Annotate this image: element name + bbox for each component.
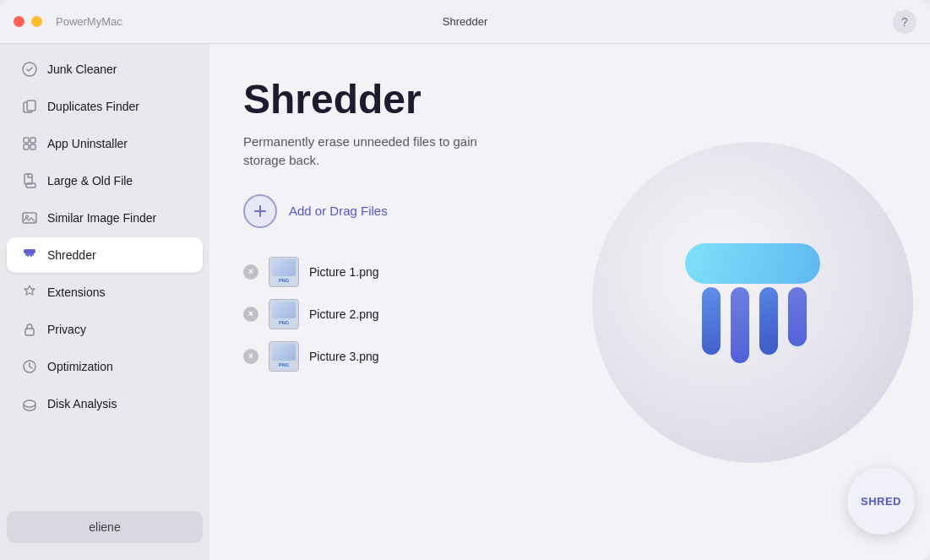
app-window: PowerMyMac Shredder ? Junk Cleaner xyxy=(0,0,930,560)
svg-rect-8 xyxy=(26,183,35,188)
large-file-icon xyxy=(20,171,39,190)
sidebar-label-disk-analysis: Disk Analysis xyxy=(47,397,117,410)
shredder-illustration xyxy=(660,218,846,387)
user-section[interactable]: eliene xyxy=(7,511,203,543)
sidebar-item-optimization[interactable]: Optimization xyxy=(7,349,203,384)
file-thumb-2: PNG xyxy=(269,299,299,329)
svg-rect-17 xyxy=(731,287,749,363)
file-thumb-1: PNG xyxy=(269,257,299,287)
sidebar-item-app-uninstaller[interactable]: App Uninstaller xyxy=(7,126,203,161)
file-name-1: Picture 1.png xyxy=(309,265,379,279)
svg-rect-6 xyxy=(30,144,35,150)
sidebar-label-similar-image: Similar Image Finder xyxy=(47,211,156,225)
page-subtitle: Permanently erase unneeded files to gain… xyxy=(243,133,497,171)
add-files-label: Add or Drag Files xyxy=(289,204,388,218)
shred-button[interactable]: SHRED xyxy=(847,467,915,535)
privacy-icon xyxy=(20,320,39,339)
svg-rect-16 xyxy=(702,287,721,355)
sidebar-item-shredder[interactable]: Shredder xyxy=(7,237,203,273)
plus-icon xyxy=(253,204,268,219)
svg-rect-4 xyxy=(30,138,35,143)
duplicates-icon xyxy=(20,97,39,116)
sidebar: Junk Cleaner Duplicates Finder xyxy=(0,44,209,560)
sidebar-label-app-uninstaller: App Uninstaller xyxy=(47,137,128,150)
sidebar-label-extensions: Extensions xyxy=(47,285,105,299)
sidebar-item-duplicates-finder[interactable]: Duplicates Finder xyxy=(7,89,203,124)
svg-point-14 xyxy=(24,400,35,407)
illustration-area xyxy=(575,100,930,505)
sidebar-item-similar-image-finder[interactable]: Similar Image Finder xyxy=(7,200,203,236)
remove-file-1-button[interactable]: × xyxy=(243,264,258,280)
file-thumb-3: PNG xyxy=(269,341,299,372)
svg-rect-18 xyxy=(759,287,778,355)
svg-rect-5 xyxy=(24,144,29,150)
help-button[interactable]: ? xyxy=(893,10,916,34)
traffic-lights xyxy=(14,16,42,27)
svg-rect-3 xyxy=(24,138,29,143)
file-name-3: Picture 3.png xyxy=(309,350,379,363)
minimize-button[interactable] xyxy=(31,16,42,27)
sidebar-label-privacy: Privacy xyxy=(47,323,86,336)
close-button[interactable] xyxy=(14,16,24,27)
shredder-sidebar-icon xyxy=(20,246,39,264)
svg-rect-19 xyxy=(788,287,807,346)
sidebar-label-large-old-file: Large & Old File xyxy=(47,174,133,188)
disk-icon xyxy=(20,394,39,413)
sidebar-item-large-old-file[interactable]: Large & Old File xyxy=(7,163,203,198)
svg-rect-2 xyxy=(27,101,35,111)
sidebar-label-junk-cleaner: Junk Cleaner xyxy=(47,63,117,76)
sidebar-label-optimization: Optimization xyxy=(47,360,113,373)
sidebar-label-shredder: Shredder xyxy=(47,248,96,262)
file-name-2: Picture 2.png xyxy=(309,307,379,321)
svg-rect-12 xyxy=(25,329,34,335)
sidebar-item-junk-cleaner[interactable]: Junk Cleaner xyxy=(7,52,203,87)
main-layout: Junk Cleaner Duplicates Finder xyxy=(0,44,930,560)
junk-icon xyxy=(20,60,39,79)
shred-button-label: SHRED xyxy=(861,495,901,508)
content-area: Shredder Permanently erase unneeded file… xyxy=(209,44,930,560)
sidebar-item-disk-analysis[interactable]: Disk Analysis xyxy=(7,386,203,421)
extensions-icon xyxy=(20,283,39,302)
title-bar: PowerMyMac Shredder ? xyxy=(0,0,930,44)
illustration-circle xyxy=(592,142,913,463)
sidebar-label-duplicates-finder: Duplicates Finder xyxy=(47,100,139,113)
uninstaller-icon xyxy=(20,134,39,153)
add-files-button[interactable] xyxy=(243,194,277,228)
image-icon xyxy=(20,209,39,227)
user-name: eliene xyxy=(89,520,120,534)
remove-file-2-button[interactable]: × xyxy=(243,307,258,322)
svg-rect-15 xyxy=(685,243,820,284)
sidebar-item-extensions[interactable]: Extensions xyxy=(7,275,203,310)
sidebar-item-privacy[interactable]: Privacy xyxy=(7,312,203,347)
remove-file-3-button[interactable]: × xyxy=(243,349,258,364)
app-name-label: PowerMyMac xyxy=(56,15,122,28)
window-title: Shredder xyxy=(443,15,487,28)
optimization-icon xyxy=(20,357,39,376)
